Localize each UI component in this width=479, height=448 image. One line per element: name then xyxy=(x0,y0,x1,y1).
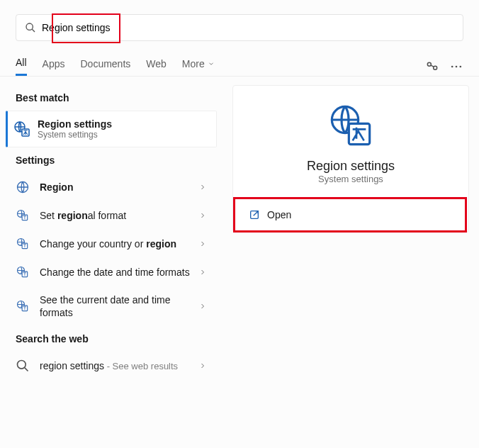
preview-subtitle: System settings xyxy=(233,174,468,184)
preview-title: Region settings xyxy=(233,159,468,174)
svg-point-5 xyxy=(451,65,453,67)
results-column: Best match Region settings System settin… xyxy=(0,77,222,448)
tabs-row: All Apps Documents Web More xyxy=(0,41,479,77)
more-options-icon[interactable] xyxy=(449,60,463,74)
svg-point-2 xyxy=(427,62,431,66)
search-input[interactable] xyxy=(42,22,454,33)
open-action[interactable]: Open xyxy=(239,202,463,228)
section-header-search-web: Search the web xyxy=(0,326,222,352)
search-window: All Apps Documents Web More Best match xyxy=(0,0,479,448)
section-header-settings: Settings xyxy=(0,147,222,173)
chevron-right-icon xyxy=(198,362,207,370)
settings-item-change-country[interactable]: Change your country or region xyxy=(0,230,222,258)
globe-translate-icon xyxy=(16,237,30,251)
settings-item-label: Region xyxy=(40,181,198,194)
chevron-down-icon xyxy=(208,60,215,67)
preview-column: Region settings System settings Open xyxy=(222,77,479,448)
svg-line-20 xyxy=(25,368,28,371)
tab-apps[interactable]: Apps xyxy=(43,58,65,75)
tab-more-label: More xyxy=(182,58,205,69)
settings-item-label: Change the date and time formats xyxy=(40,266,198,279)
section-header-best-match: Best match xyxy=(0,85,222,111)
chevron-right-icon xyxy=(198,211,207,220)
tab-all[interactable]: All xyxy=(16,57,27,76)
svg-point-3 xyxy=(434,66,437,69)
globe-translate-icon xyxy=(16,299,30,313)
settings-item-regional-format[interactable]: Set regional format xyxy=(0,201,222,230)
svg-point-6 xyxy=(456,65,458,67)
tab-web[interactable]: Web xyxy=(146,58,167,75)
settings-item-label: See the current date and time formats xyxy=(40,293,198,319)
globe-translate-icon xyxy=(13,121,30,138)
svg-line-1 xyxy=(32,29,35,32)
globe-translate-icon xyxy=(16,208,30,223)
tab-more[interactable]: More xyxy=(182,58,215,75)
best-match-subtitle: System settings xyxy=(38,130,112,140)
best-match-text: Region settings System settings xyxy=(38,118,112,140)
settings-item-change-date-time[interactable]: Change the date and time formats xyxy=(0,258,222,286)
svg-point-7 xyxy=(460,65,462,67)
settings-item-region[interactable]: Region xyxy=(0,173,222,201)
chevron-right-icon xyxy=(198,302,207,310)
search-bar[interactable] xyxy=(16,14,463,41)
settings-item-see-date-time[interactable]: See the current date and time formats xyxy=(0,286,222,326)
tab-documents[interactable]: Documents xyxy=(80,58,130,75)
chevron-right-icon xyxy=(198,183,207,191)
main-content: Best match Region settings System settin… xyxy=(0,77,479,448)
best-match-result[interactable]: Region settings System settings xyxy=(6,111,217,147)
share-target-icon[interactable] xyxy=(425,60,439,74)
settings-item-label: Set regional format xyxy=(40,209,198,222)
svg-point-0 xyxy=(26,23,33,30)
chevron-right-icon xyxy=(198,240,207,248)
globe-icon xyxy=(16,180,30,194)
svg-point-19 xyxy=(18,361,26,369)
globe-translate-icon xyxy=(16,265,30,279)
best-match-title: Region settings xyxy=(38,118,112,130)
svg-line-4 xyxy=(431,65,434,67)
chevron-right-icon xyxy=(198,268,207,276)
search-icon xyxy=(25,22,36,33)
settings-item-label: Change your country or region xyxy=(40,237,198,250)
globe-translate-icon xyxy=(328,103,373,148)
divider xyxy=(243,197,458,198)
search-icon xyxy=(16,359,30,373)
open-action-label: Open xyxy=(267,209,291,220)
web-result-label: region settings - See web results xyxy=(40,359,198,373)
open-external-icon xyxy=(249,209,260,220)
web-result-item[interactable]: region settings - See web results xyxy=(0,352,222,380)
preview-card: Region settings System settings Open xyxy=(232,85,469,233)
